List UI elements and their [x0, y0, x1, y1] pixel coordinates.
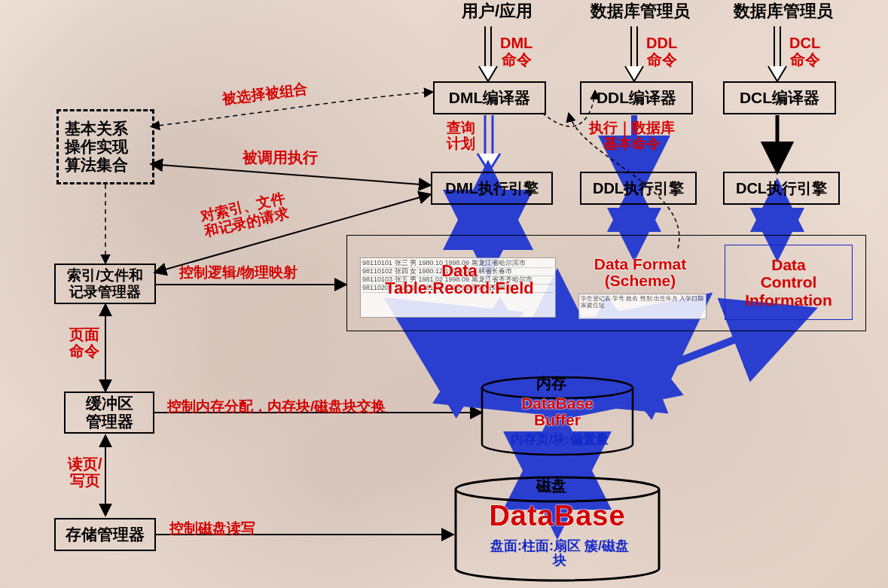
svg-line-23 — [595, 331, 663, 384]
label-database: DataBase — [471, 501, 644, 532]
box-buffer-mgr: 缓冲区 管理器 — [64, 391, 154, 434]
label-called-exec: 被调用执行 — [243, 149, 318, 166]
label-mem-alloc: 控制内存分配，内存块/磁盘块交换 — [167, 399, 386, 415]
header-dba-2: 数据库管理员 — [723, 0, 844, 23]
header-user-app: 用户/应用 — [437, 0, 557, 23]
box-dcl-engine: DCL执行引擎 — [723, 172, 840, 205]
box-dml-compiler: DML编译器 — [433, 81, 546, 114]
sample-scheme-table: 学生登记表 学号 姓名 性别 出生年月 入学日期 家庭住址 — [578, 294, 706, 319]
label-data-trf: Data Table:Record:Field — [369, 262, 550, 297]
box-ddl-compiler: DDL编译器 — [580, 81, 693, 114]
label-dml-cmd: DML 命令 — [500, 35, 532, 68]
box-data-control-info: Data Control Information — [725, 245, 853, 320]
label-data-format: Data Format (Scheme) — [580, 256, 700, 289]
label-db-buffer: DataBase Buffer — [512, 395, 603, 428]
box-dcl-compiler: DCL编译器 — [723, 81, 836, 114]
label-query-plan: 查询 计划 — [447, 120, 475, 152]
label-exec-basic: 执行｜数据库 基本命令 — [589, 120, 675, 152]
box-storage-mgr: 存储管理器 — [54, 518, 156, 551]
label-rw-page: 读页/ 写页 — [68, 455, 102, 489]
label-logic-phys-map: 控制逻辑/物理映射 — [179, 265, 298, 281]
label-disk-title: 磁盘 — [536, 477, 566, 494]
box-algo-set: 基本关系 操作实现 算法集合 — [56, 109, 154, 184]
box-dml-engine: DML执行引擎 — [431, 172, 553, 205]
svg-line-10 — [151, 164, 431, 185]
label-disk-rw: 控制磁盘读写 — [169, 521, 255, 537]
label-dcl-cmd: DCL 命令 — [789, 35, 820, 68]
label-ddl-cmd: DDL 命令 — [646, 35, 677, 68]
label-memory-title: 内存 — [536, 375, 566, 391]
svg-line-21 — [437, 331, 520, 384]
label-page-cmd: 页面 命令 — [69, 326, 99, 359]
header-dba-1: 数据库管理员 — [580, 0, 700, 23]
label-disk-sub: 盘面:柱面:扇区 簇/磁盘块 — [488, 539, 631, 568]
box-index-file-mgr: 索引/文件和 记录管理器 — [54, 264, 156, 304]
box-ddl-engine: DDL执行引擎 — [580, 172, 697, 205]
diagram-canvas: 用户/应用 数据库管理员 数据库管理员 DML 命令 DDL 命令 DCL 命令… — [0, 0, 888, 588]
label-buffer-sub: 内存页/块:偏置量 — [496, 433, 624, 446]
